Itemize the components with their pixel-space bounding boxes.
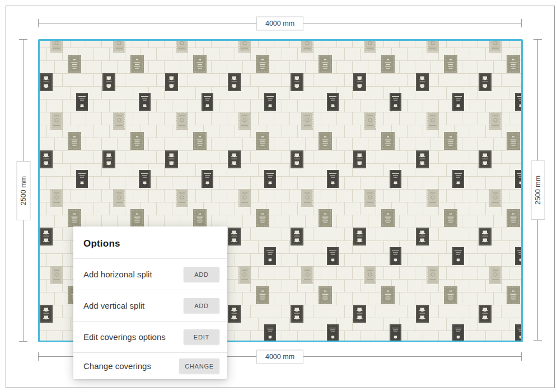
dimension-tick bbox=[38, 352, 39, 361]
add-horizontal-split-button[interactable]: ADD bbox=[184, 267, 219, 282]
change-coverings-button[interactable]: CHANGE bbox=[179, 358, 219, 374]
dimension-tick bbox=[533, 340, 542, 341]
dimension-line-top: 4000 mm bbox=[38, 23, 522, 23]
dimension-line-right: 2500 mm bbox=[537, 39, 538, 341]
add-vertical-split-button[interactable]: ADD bbox=[184, 298, 219, 313]
app-window: 4000 mm 4000 mm 2500 mm 2500 mm bbox=[0, 0, 557, 392]
dimension-tick bbox=[521, 19, 522, 27]
option-label: Add horizonal split bbox=[83, 270, 152, 279]
dimension-label-left[interactable]: 2500 mm bbox=[16, 160, 30, 220]
option-row-edit-coverings: Edit coverings options EDIT bbox=[73, 322, 227, 352]
option-row-add-horizontal-split: Add horizonal split ADD bbox=[73, 259, 227, 290]
option-label: Change coverings bbox=[83, 361, 151, 371]
dimension-line-left: 2500 mm bbox=[23, 39, 24, 342]
options-panel: Options Add horizonal split ADD Add vert… bbox=[73, 226, 227, 379]
panel-title: Options bbox=[73, 226, 227, 258]
dimension-tick bbox=[521, 352, 522, 361]
edit-coverings-button[interactable]: EDIT bbox=[184, 329, 219, 344]
option-row-add-vertical-split: Add vertical split ADD bbox=[73, 290, 227, 321]
dimension-label-top[interactable]: 4000 mm bbox=[256, 16, 303, 30]
dimension-tick bbox=[533, 39, 542, 40]
dimension-label-bottom[interactable]: 4000 mm bbox=[256, 350, 303, 363]
option-label: Edit coverings options bbox=[83, 332, 166, 342]
dimension-tick bbox=[19, 341, 27, 342]
dimension-label-right[interactable]: 2500 mm bbox=[531, 160, 545, 219]
dimension-tick bbox=[38, 19, 39, 27]
option-row-change-coverings: Change coverings CHANGE bbox=[73, 353, 227, 379]
dimension-tick bbox=[19, 39, 27, 40]
option-label: Add vertical split bbox=[83, 301, 144, 310]
